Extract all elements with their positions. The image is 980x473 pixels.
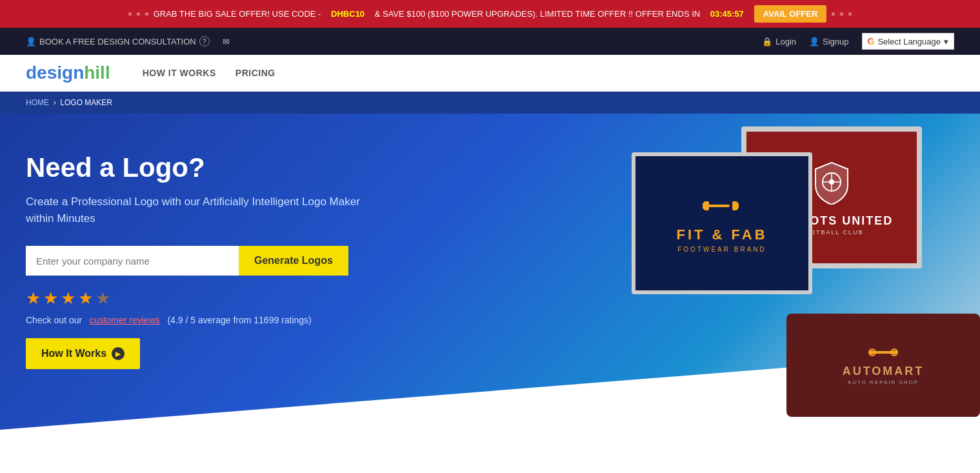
star-4: ★ xyxy=(78,288,93,308)
customer-reviews-link[interactable]: customer reviews xyxy=(90,315,160,325)
main-nav-links: HOW IT WORKS PRICING xyxy=(143,68,275,78)
signup-label: Signup xyxy=(823,37,848,46)
banner-stars-left: ★ ★ ★ xyxy=(127,10,150,17)
email-link[interactable]: ✉ xyxy=(223,37,230,46)
nav-right-group: 🔒 Login 👤 Signup G Select Language ▾ xyxy=(762,33,954,50)
star-icon: ★ xyxy=(144,10,150,17)
review-suffix: (4.9 / 5 average from 11699 ratings) xyxy=(167,315,311,325)
lock-icon: 🔒 xyxy=(762,37,772,46)
svg-rect-5 xyxy=(704,201,709,210)
hero-subtext-line2: within Minutes xyxy=(26,212,95,225)
play-icon: ▶ xyxy=(112,347,125,360)
how-it-works-label: How It Works xyxy=(41,348,106,359)
top-banner: ★ ★ ★ GRAB THE BIG SALE OFFER! USE CODE … xyxy=(0,0,980,28)
logo-hill: hill xyxy=(84,63,110,83)
top-nav-bar: 👤 BOOK A FREE DESIGN CONSULTATION ? ✉ 🔒 … xyxy=(0,28,980,55)
pricing-nav-link[interactable]: PRICING xyxy=(235,68,275,78)
star-icon: ★ xyxy=(839,10,845,17)
hero-subtext: Create a Professional Logo with our Arti… xyxy=(26,194,360,226)
banner-stars-right: ★ ★ ★ xyxy=(830,10,853,17)
star-1: ★ xyxy=(26,288,41,308)
breadcrumb-current: LOGO MAKER xyxy=(60,98,112,107)
person-icon: 👤 xyxy=(26,37,36,46)
automart-card: AUTOMART AUTO REPAIR SHOP xyxy=(786,314,980,417)
user-icon: 👤 xyxy=(809,37,819,46)
fit-fab-card: FIT & FAB FOOTWEAR BRAND xyxy=(632,152,812,294)
hero-images: FIT & FAB FOOTWEAR BRAND PATRIOTS UNITED… xyxy=(593,114,980,423)
wrench-icon xyxy=(867,346,899,362)
star-icon: ★ xyxy=(847,10,853,17)
breadcrumb-home-link[interactable]: HOME xyxy=(26,98,49,107)
login-label: Login xyxy=(775,37,796,46)
consultation-link[interactable]: 👤 BOOK A FREE DESIGN CONSULTATION ? xyxy=(26,36,210,46)
dumbbell-icon xyxy=(703,194,741,221)
logo-design: design xyxy=(26,63,84,83)
how-it-works-nav-link[interactable]: HOW IT WORKS xyxy=(143,68,216,78)
google-g-icon: G xyxy=(868,36,875,46)
star-2: ★ xyxy=(43,288,58,308)
promo-code: DHBC10 xyxy=(331,9,365,19)
question-icon: ? xyxy=(199,36,210,46)
automart-subtitle: AUTO REPAIR SHOP xyxy=(848,379,919,385)
fit-fab-title: FIT & FAB xyxy=(676,226,767,243)
language-label: Select Language xyxy=(877,37,941,46)
hero-content: Need a Logo? Create a Professional Logo … xyxy=(26,139,360,369)
svg-rect-6 xyxy=(732,201,737,210)
mail-icon: ✉ xyxy=(223,37,230,46)
breadcrumb-separator: › xyxy=(51,98,60,107)
countdown-timer: 03:45:57 xyxy=(710,9,744,19)
shield-icon xyxy=(812,159,851,212)
review-text: Check out our customer reviews (4.9 / 5 … xyxy=(26,315,360,325)
hero-section: Need a Logo? Create a Professional Logo … xyxy=(0,114,980,473)
signup-link[interactable]: 👤 Signup xyxy=(809,37,848,46)
banner-text-before: GRAB THE BIG SALE OFFER! USE CODE - xyxy=(154,9,321,19)
generate-logos-button[interactable]: Generate Logos xyxy=(239,246,348,276)
star-5-half: ★ xyxy=(95,288,110,308)
svg-rect-2 xyxy=(708,205,730,207)
star-icon: ★ xyxy=(135,10,141,17)
site-logo[interactable]: designhill xyxy=(26,63,110,83)
hero-input-row: Generate Logos xyxy=(26,246,360,276)
stars-rating-row: ★ ★ ★ ★ ★ xyxy=(26,288,360,308)
hero-headline: Need a Logo? xyxy=(26,152,360,183)
language-selector[interactable]: G Select Language ▾ xyxy=(862,33,954,50)
hero-subtext-line1: Create a Professional Logo with our Arti… xyxy=(26,196,360,208)
nav-left-group: 👤 BOOK A FREE DESIGN CONSULTATION ? ✉ xyxy=(26,36,230,46)
company-name-input[interactable] xyxy=(26,246,239,276)
review-prefix: Check out our xyxy=(26,315,82,325)
banner-text-after: & SAVE $100 ($100 POWER UPGRADES). LIMIT… xyxy=(375,9,700,19)
breadcrumb: HOME › LOGO MAKER xyxy=(0,92,980,114)
login-link[interactable]: 🔒 Login xyxy=(762,37,796,46)
fit-fab-subtitle: FOOTWEAR BRAND xyxy=(677,246,766,253)
consultation-label: BOOK A FREE DESIGN CONSULTATION xyxy=(39,37,196,46)
how-it-works-button[interactable]: How It Works ▶ xyxy=(26,338,140,369)
star-icon: ★ xyxy=(830,10,836,17)
main-nav: designhill HOW IT WORKS PRICING xyxy=(0,55,980,92)
automart-title: AUTOMART xyxy=(843,365,925,378)
star-icon: ★ xyxy=(127,10,133,17)
chevron-down-icon: ▾ xyxy=(944,37,948,46)
star-3: ★ xyxy=(61,288,75,308)
avail-offer-button[interactable]: AVAIL OFFER xyxy=(754,5,827,23)
